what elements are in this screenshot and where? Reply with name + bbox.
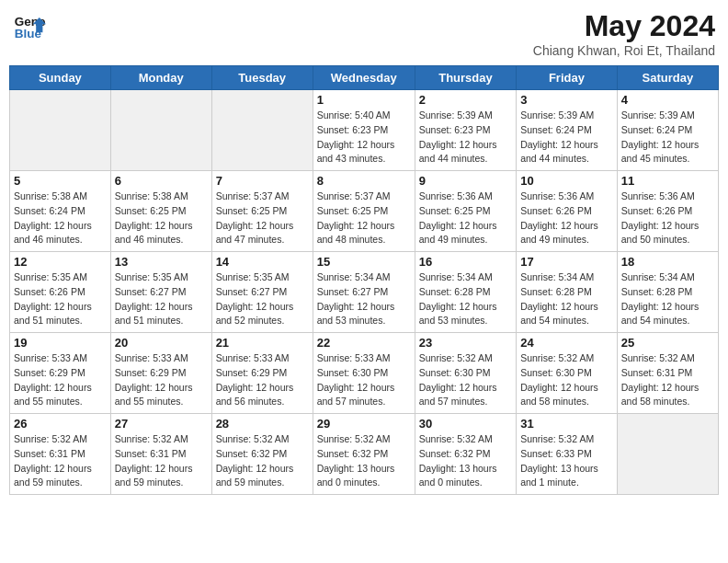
day-info: Sunrise: 5:32 AM Sunset: 6:31 PM Dayligh… — [115, 432, 208, 490]
day-info: Sunrise: 5:37 AM Sunset: 6:25 PM Dayligh… — [216, 190, 309, 247]
calendar-cell: 4Sunrise: 5:39 AM Sunset: 6:24 PM Daylig… — [617, 90, 718, 171]
page-header: General Blue May 2024 Chiang Khwan, Roi … — [9, 9, 719, 58]
day-number: 2 — [419, 93, 512, 107]
day-info: Sunrise: 5:37 AM Sunset: 6:25 PM Dayligh… — [317, 190, 411, 247]
calendar-cell: 6Sunrise: 5:38 AM Sunset: 6:25 PM Daylig… — [110, 171, 211, 252]
day-number: 26 — [14, 417, 107, 431]
day-number: 16 — [419, 255, 512, 269]
day-header-monday: Monday — [110, 66, 211, 90]
day-info: Sunrise: 5:35 AM Sunset: 6:26 PM Dayligh… — [14, 270, 107, 328]
day-number: 28 — [216, 417, 309, 431]
calendar-cell: 14Sunrise: 5:35 AM Sunset: 6:27 PM Dayli… — [211, 252, 313, 333]
day-info: Sunrise: 5:34 AM Sunset: 6:28 PM Dayligh… — [621, 270, 714, 328]
day-number: 31 — [520, 417, 613, 431]
calendar-cell: 3Sunrise: 5:39 AM Sunset: 6:24 PM Daylig… — [517, 90, 618, 171]
day-number: 10 — [520, 174, 613, 188]
calendar-cell: 7Sunrise: 5:37 AM Sunset: 6:25 PM Daylig… — [211, 171, 313, 252]
calendar-cell — [110, 90, 211, 171]
day-number: 27 — [115, 417, 208, 431]
week-row-5: 26Sunrise: 5:32 AM Sunset: 6:31 PM Dayli… — [10, 414, 719, 495]
calendar-cell: 20Sunrise: 5:33 AM Sunset: 6:29 PM Dayli… — [110, 333, 211, 414]
day-info: Sunrise: 5:40 AM Sunset: 6:23 PM Dayligh… — [317, 109, 411, 167]
day-header-thursday: Thursday — [415, 66, 516, 90]
day-info: Sunrise: 5:33 AM Sunset: 6:29 PM Dayligh… — [216, 351, 309, 409]
day-info: Sunrise: 5:32 AM Sunset: 6:32 PM Dayligh… — [419, 432, 512, 490]
day-info: Sunrise: 5:33 AM Sunset: 6:30 PM Dayligh… — [317, 351, 411, 409]
day-info: Sunrise: 5:33 AM Sunset: 6:29 PM Dayligh… — [14, 351, 107, 409]
day-number: 30 — [419, 417, 512, 431]
calendar-cell: 16Sunrise: 5:34 AM Sunset: 6:28 PM Dayli… — [415, 252, 516, 333]
day-number: 3 — [520, 93, 613, 107]
day-info: Sunrise: 5:39 AM Sunset: 6:23 PM Dayligh… — [419, 109, 512, 167]
calendar-cell: 19Sunrise: 5:33 AM Sunset: 6:29 PM Dayli… — [10, 333, 111, 414]
calendar-cell: 29Sunrise: 5:32 AM Sunset: 6:32 PM Dayli… — [313, 414, 415, 495]
day-header-friday: Friday — [517, 66, 618, 90]
day-number: 13 — [115, 255, 208, 269]
day-info: Sunrise: 5:36 AM Sunset: 6:25 PM Dayligh… — [419, 190, 512, 247]
calendar-cell: 30Sunrise: 5:32 AM Sunset: 6:32 PM Dayli… — [415, 414, 516, 495]
day-number: 14 — [216, 255, 309, 269]
day-info: Sunrise: 5:33 AM Sunset: 6:29 PM Dayligh… — [115, 351, 208, 409]
calendar-cell: 10Sunrise: 5:36 AM Sunset: 6:26 PM Dayli… — [517, 171, 618, 252]
day-number: 6 — [115, 174, 208, 188]
week-row-1: 1Sunrise: 5:40 AM Sunset: 6:23 PM Daylig… — [10, 90, 719, 171]
calendar-cell: 22Sunrise: 5:33 AM Sunset: 6:30 PM Dayli… — [313, 333, 415, 414]
day-info: Sunrise: 5:32 AM Sunset: 6:30 PM Dayligh… — [419, 351, 512, 409]
day-info: Sunrise: 5:34 AM Sunset: 6:28 PM Dayligh… — [419, 270, 512, 328]
week-row-4: 19Sunrise: 5:33 AM Sunset: 6:29 PM Dayli… — [10, 333, 719, 414]
calendar-cell: 2Sunrise: 5:39 AM Sunset: 6:23 PM Daylig… — [415, 90, 516, 171]
calendar-cell: 27Sunrise: 5:32 AM Sunset: 6:31 PM Dayli… — [110, 414, 211, 495]
calendar-cell: 8Sunrise: 5:37 AM Sunset: 6:25 PM Daylig… — [313, 171, 415, 252]
calendar-cell: 23Sunrise: 5:32 AM Sunset: 6:30 PM Dayli… — [415, 333, 516, 414]
day-number: 19 — [14, 336, 107, 350]
day-number: 12 — [14, 255, 107, 269]
calendar-cell: 12Sunrise: 5:35 AM Sunset: 6:26 PM Dayli… — [10, 252, 111, 333]
day-info: Sunrise: 5:39 AM Sunset: 6:24 PM Dayligh… — [621, 109, 714, 167]
day-number: 7 — [216, 174, 309, 188]
month-title: May 2024 — [533, 9, 715, 43]
title-block: May 2024 Chiang Khwan, Roi Et, Thailand — [533, 9, 715, 58]
day-number: 25 — [621, 336, 714, 350]
day-info: Sunrise: 5:38 AM Sunset: 6:25 PM Dayligh… — [115, 190, 208, 247]
calendar-cell: 13Sunrise: 5:35 AM Sunset: 6:27 PM Dayli… — [110, 252, 211, 333]
day-info: Sunrise: 5:32 AM Sunset: 6:32 PM Dayligh… — [216, 432, 309, 490]
day-info: Sunrise: 5:34 AM Sunset: 6:28 PM Dayligh… — [520, 270, 613, 328]
day-number: 20 — [115, 336, 208, 350]
logo-icon: General Blue — [13, 9, 46, 42]
day-number: 23 — [419, 336, 512, 350]
day-number: 5 — [14, 174, 107, 188]
calendar-cell — [10, 90, 111, 171]
day-number: 9 — [419, 174, 512, 188]
calendar-cell: 17Sunrise: 5:34 AM Sunset: 6:28 PM Dayli… — [517, 252, 618, 333]
day-info: Sunrise: 5:32 AM Sunset: 6:30 PM Dayligh… — [520, 351, 613, 409]
day-number: 29 — [317, 417, 411, 431]
day-info: Sunrise: 5:35 AM Sunset: 6:27 PM Dayligh… — [216, 270, 309, 328]
day-header-saturday: Saturday — [617, 66, 718, 90]
day-number: 17 — [520, 255, 613, 269]
location-subtitle: Chiang Khwan, Roi Et, Thailand — [533, 43, 715, 58]
day-number: 4 — [621, 93, 714, 107]
day-info: Sunrise: 5:32 AM Sunset: 6:31 PM Dayligh… — [14, 432, 107, 490]
week-row-2: 5Sunrise: 5:38 AM Sunset: 6:24 PM Daylig… — [10, 171, 719, 252]
day-number: 24 — [520, 336, 613, 350]
day-info: Sunrise: 5:34 AM Sunset: 6:27 PM Dayligh… — [317, 270, 411, 328]
day-number: 21 — [216, 336, 309, 350]
day-info: Sunrise: 5:32 AM Sunset: 6:31 PM Dayligh… — [621, 351, 714, 409]
calendar-table: SundayMondayTuesdayWednesdayThursdayFrid… — [9, 65, 719, 495]
calendar-cell: 1Sunrise: 5:40 AM Sunset: 6:23 PM Daylig… — [313, 90, 415, 171]
calendar-cell: 9Sunrise: 5:36 AM Sunset: 6:25 PM Daylig… — [415, 171, 516, 252]
calendar-cell: 28Sunrise: 5:32 AM Sunset: 6:32 PM Dayli… — [211, 414, 313, 495]
day-header-sunday: Sunday — [10, 66, 111, 90]
day-number: 11 — [621, 174, 714, 188]
day-number: 1 — [317, 93, 411, 107]
calendar-cell: 31Sunrise: 5:32 AM Sunset: 6:33 PM Dayli… — [517, 414, 618, 495]
day-info: Sunrise: 5:32 AM Sunset: 6:32 PM Dayligh… — [317, 432, 411, 490]
day-info: Sunrise: 5:38 AM Sunset: 6:24 PM Dayligh… — [14, 190, 107, 247]
calendar-cell: 5Sunrise: 5:38 AM Sunset: 6:24 PM Daylig… — [10, 171, 111, 252]
day-header-tuesday: Tuesday — [211, 66, 313, 90]
day-number: 18 — [621, 255, 714, 269]
day-number: 15 — [317, 255, 411, 269]
calendar-cell — [211, 90, 313, 171]
calendar-cell: 11Sunrise: 5:36 AM Sunset: 6:26 PM Dayli… — [617, 171, 718, 252]
day-number: 8 — [317, 174, 411, 188]
